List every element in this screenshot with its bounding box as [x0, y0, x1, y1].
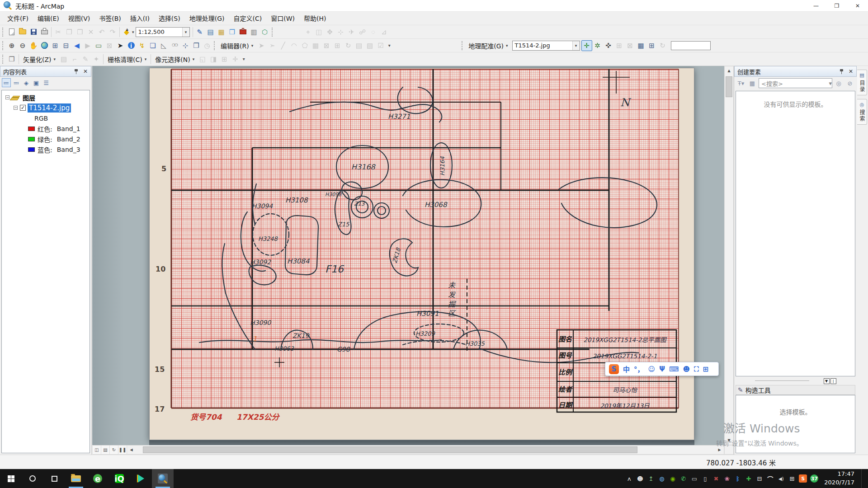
- raster-erase-icon[interactable]: ◨: [208, 54, 219, 65]
- people-icon[interactable]: ☻: [636, 474, 644, 483]
- cortana-search-button[interactable]: [22, 469, 43, 488]
- pan-icon[interactable]: ✋: [28, 40, 39, 51]
- georef-text-input[interactable]: [671, 41, 711, 50]
- topology-tool-icon[interactable]: ⌖: [303, 27, 314, 38]
- volume-icon[interactable]: ◀): [777, 474, 785, 483]
- hyperlink-icon[interactable]: ↯: [137, 40, 147, 51]
- residual-table-icon[interactable]: ⊞: [646, 40, 657, 51]
- arcmap-button[interactable]: [152, 469, 174, 488]
- voice-input-icon[interactable]: Ψ: [659, 365, 665, 373]
- go-to-xy-icon[interactable]: ⊹: [180, 40, 191, 51]
- adjust-tool-icon[interactable]: ✥: [325, 27, 335, 38]
- snapping-tool-icon[interactable]: ◫: [314, 27, 325, 38]
- search-window-icon[interactable]: ❒: [227, 27, 238, 38]
- punctuation-icon[interactable]: °，: [634, 364, 644, 374]
- straight-segment-icon[interactable]: ╱: [278, 40, 288, 51]
- full-extent-icon[interactable]: [39, 40, 50, 51]
- menu-item[interactable]: 视图(V): [64, 12, 95, 25]
- menu-item[interactable]: 插入(I): [126, 12, 154, 25]
- menu-item[interactable]: 选择(S): [154, 12, 185, 25]
- raster-paint-icon[interactable]: ◱: [197, 54, 208, 65]
- toolbar-grip[interactable]: [214, 41, 216, 50]
- catalog-window-icon[interactable]: ▦: [216, 27, 227, 38]
- editor-menu-button[interactable]: 编辑器(R)▾: [218, 40, 256, 51]
- collapse-icon[interactable]: −: [5, 95, 9, 99]
- construction-tools-list[interactable]: 选择模板。: [736, 395, 855, 453]
- menu-item[interactable]: 自定义(C): [229, 12, 266, 25]
- 360-browser-button[interactable]: e: [87, 469, 108, 488]
- split-icon[interactable]: ⊞: [332, 40, 343, 51]
- sogou-logo-icon[interactable]: S: [609, 364, 619, 374]
- rotate-feature-icon[interactable]: ↻: [343, 40, 354, 51]
- toolbar-grip[interactable]: [2, 28, 5, 37]
- data-view-button[interactable]: ◫: [93, 446, 101, 454]
- usb-device-icon[interactable]: ▯: [701, 474, 709, 483]
- map-canvas[interactable]: 图名2019XGG2T1514-2总平面图图号2019XGG2T1514-2-1…: [92, 66, 734, 455]
- refresh-view-button[interactable]: ↻: [110, 446, 118, 454]
- select-features-icon[interactable]: ▭: [93, 40, 104, 51]
- toolbar-grip[interactable]: [272, 28, 274, 37]
- identify-icon[interactable]: i: [126, 40, 137, 51]
- search-dropdown-arrow[interactable]: ▾: [829, 80, 832, 87]
- soft-keyboard-icon[interactable]: ⌨: [669, 365, 679, 373]
- task-view-button[interactable]: [43, 469, 65, 488]
- organize-templates-icon[interactable]: ▦: [747, 78, 757, 88]
- link-tool-icon[interactable]: ☍: [357, 27, 368, 38]
- vector-snap-icon[interactable]: ✦: [91, 54, 102, 65]
- safety-score-icon[interactable]: 37: [810, 474, 818, 483]
- template-list[interactable]: 没有可供显示的模板。: [736, 91, 855, 376]
- collapse-icon[interactable]: −: [14, 106, 18, 110]
- zoom-in-icon[interactable]: ⊕: [6, 40, 17, 51]
- display-icon[interactable]: ▭: [690, 474, 698, 483]
- security-shield-icon[interactable]: ✚: [745, 474, 752, 483]
- add-data-icon[interactable]: ◆: [121, 27, 132, 38]
- vertical-scrollbar[interactable]: ▲ ▼: [724, 66, 734, 445]
- network-globe-icon[interactable]: ◍: [658, 474, 665, 483]
- list-by-drawing-order-icon[interactable]: ≔: [2, 78, 11, 87]
- rotate-georef-icon[interactable]: ↻: [657, 40, 668, 51]
- battery-icon[interactable]: ⊟: [755, 474, 763, 483]
- menu-item[interactable]: 书签(B): [94, 12, 126, 25]
- scale-dropdown-arrow[interactable]: ▾: [182, 28, 189, 37]
- layout-view-button[interactable]: ▤: [101, 446, 110, 454]
- emoji-icon[interactable]: ☺: [648, 365, 656, 373]
- edit-annotation-tool-icon[interactable]: ➣: [267, 40, 278, 51]
- cell-region-icon[interactable]: ⊞: [219, 54, 230, 65]
- list-by-selection-icon[interactable]: ▣: [32, 78, 41, 87]
- maximize-button[interactable]: ❐: [826, 0, 847, 12]
- table-of-contents-icon[interactable]: ▤: [205, 27, 216, 38]
- account-icon[interactable]: ☻: [683, 365, 690, 373]
- cell-cross-icon[interactable]: ✛: [230, 54, 241, 65]
- go-forward-extent-icon[interactable]: ▶: [82, 40, 93, 51]
- layer-visibility-checkbox[interactable]: ✓: [20, 105, 26, 111]
- nvidia-icon[interactable]: ◉: [669, 474, 676, 483]
- zoom-to-link-icon[interactable]: ⊞: [614, 40, 625, 51]
- toolbar-grip[interactable]: [462, 41, 464, 50]
- trace-tool-icon[interactable]: ◌: [368, 27, 379, 38]
- delete-link-icon[interactable]: ⊠: [625, 40, 636, 51]
- validate-icon[interactable]: ☑: [375, 40, 386, 51]
- panel-splitter[interactable]: ▼ ❘: [736, 378, 855, 384]
- add-data-dropdown-arrow[interactable]: ▾: [132, 30, 134, 34]
- copy-icon[interactable]: ❐: [64, 27, 75, 38]
- auto-registration-icon[interactable]: ✲: [592, 40, 603, 51]
- hidden-icons-chevron[interactable]: ʌ: [625, 474, 633, 483]
- edit-tool-icon[interactable]: ➤: [256, 40, 267, 51]
- close-icon[interactable]: ✕: [82, 68, 89, 75]
- clear-selection-icon[interactable]: ⊠: [104, 40, 115, 51]
- close-icon[interactable]: ✕: [847, 68, 854, 75]
- close-button[interactable]: ✕: [847, 0, 868, 12]
- cut-icon[interactable]: ✂: [53, 27, 64, 38]
- georef-layer-dropdown-arrow[interactable]: ▾: [572, 41, 580, 50]
- tab-search[interactable]: ◎ 搜索: [857, 99, 867, 125]
- taskbar-clock[interactable]: 17:47 2020/7/17: [821, 470, 858, 487]
- skin-icon[interactable]: ⛶: [694, 365, 699, 373]
- volume-muted-icon[interactable]: ✖: [712, 474, 720, 483]
- arctoolbox-icon[interactable]: [238, 27, 249, 38]
- toolbar-overflow-button[interactable]: ▾: [241, 56, 247, 61]
- paste-icon[interactable]: ❒: [75, 27, 85, 38]
- 360-flower-icon[interactable]: ❀: [723, 474, 731, 483]
- zoom-out-icon[interactable]: ⊖: [17, 40, 28, 51]
- bluetooth-icon[interactable]: ᛒ: [734, 474, 741, 483]
- show-desktop-button[interactable]: [861, 469, 863, 488]
